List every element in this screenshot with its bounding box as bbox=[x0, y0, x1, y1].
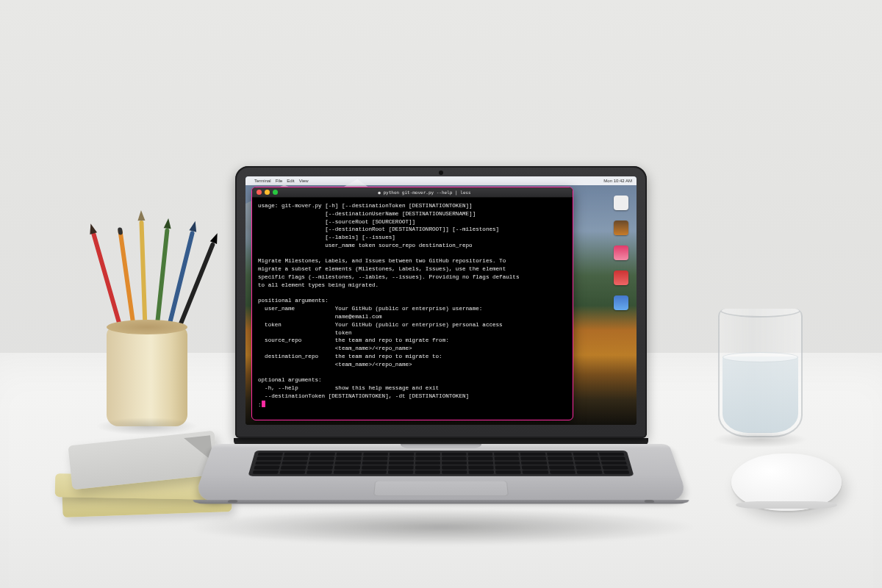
desktop-icon-hd[interactable] bbox=[614, 196, 628, 210]
desktop-icon-image-2[interactable] bbox=[614, 270, 628, 285]
pencil-cup bbox=[99, 243, 195, 426]
laptop-screen: Terminal File Edit View Mon 10:42 AM bbox=[245, 176, 637, 425]
window-close-icon[interactable] bbox=[257, 190, 262, 195]
laptop-notch bbox=[401, 444, 482, 448]
laptop-base bbox=[193, 444, 689, 501]
menubar-app-name[interactable]: Terminal bbox=[254, 176, 271, 185]
laptop: Terminal File Edit View Mon 10:42 AM bbox=[213, 166, 669, 539]
window-zoom-icon[interactable] bbox=[273, 190, 278, 195]
menubar-item-edit[interactable]: Edit bbox=[287, 176, 294, 185]
terminal-window[interactable]: ● python git-mover.py --help | less usag… bbox=[251, 187, 573, 420]
menubar-item-file[interactable]: File bbox=[276, 176, 283, 185]
desktop-icons bbox=[610, 196, 632, 403]
terminal-output[interactable]: usage: git-mover.py [-h] [--destinationT… bbox=[252, 198, 573, 420]
webcam bbox=[439, 171, 443, 175]
water-glass bbox=[718, 309, 803, 437]
laptop-lid: Terminal File Edit View Mon 10:42 AM bbox=[235, 166, 647, 438]
macos-menubar[interactable]: Terminal File Edit View Mon 10:42 AM bbox=[245, 176, 637, 185]
desktop-icon-image-1[interactable] bbox=[614, 245, 628, 260]
trackpad[interactable] bbox=[373, 481, 509, 496]
desktop-icon-folder[interactable] bbox=[614, 220, 628, 235]
keyboard[interactable] bbox=[248, 451, 634, 476]
window-minimize-icon[interactable] bbox=[265, 190, 270, 195]
menubar-item-view[interactable]: View bbox=[299, 176, 309, 185]
computer-mouse bbox=[731, 453, 842, 511]
menubar-clock[interactable]: Mon 10:42 AM bbox=[603, 176, 632, 185]
desktop-icon-image-3[interactable] bbox=[614, 295, 628, 310]
terminal-titlebar[interactable]: ● python git-mover.py --help | less bbox=[252, 187, 573, 198]
terminal-title-text: ● python git-mover.py --help | less bbox=[281, 190, 568, 195]
